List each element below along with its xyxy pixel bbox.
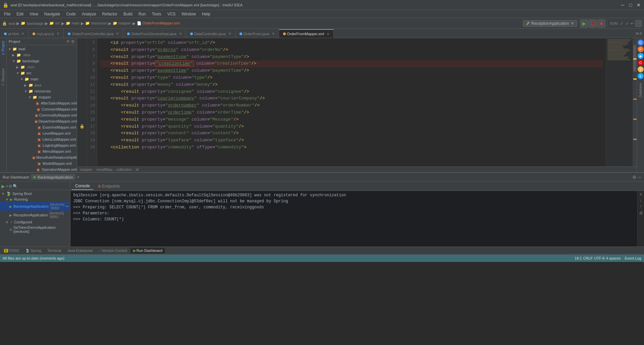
tree-src[interactable]: ▼ 📁 src (7, 70, 77, 76)
tab-todo[interactable]: 6 TODO (1, 248, 22, 253)
browser-chrome-icon[interactable]: G (638, 40, 644, 46)
bottom-settings-icon[interactable]: ⚙ (632, 175, 637, 180)
backstage-tab[interactable]: ▶ BackstageApplication (31, 174, 75, 180)
tab-console[interactable]: Console (72, 183, 93, 190)
status-encoding[interactable]: UTF-8 (594, 256, 604, 260)
tree-mvn[interactable]: ▶ 📁 .mvn (7, 64, 77, 70)
tree-comment[interactable]: ▣ CommentMapper.xml (7, 106, 77, 112)
menu-vcs[interactable]: VCS (165, 11, 178, 17)
stop-button[interactable]: ■ (597, 19, 605, 27)
running-section[interactable]: ▼ ▶ Running (0, 197, 70, 202)
console-btn2[interactable]: ↓ (640, 198, 642, 203)
menu-analyze[interactable]: Analyze (79, 11, 99, 17)
menu-edit[interactable]: Edit (14, 11, 26, 17)
status-line-ending[interactable]: CRLF (583, 256, 593, 260)
menu-code[interactable]: Code (63, 11, 78, 17)
tree-backstage[interactable]: ▼ 📁 backstage (7, 58, 77, 64)
tab-close-mylayui-js[interactable]: ✕ (57, 32, 59, 36)
tree-root-seal[interactable]: ▼ 📁 seal (7, 46, 77, 52)
status-event-log[interactable]: Event Log (625, 256, 641, 260)
run-config-selector[interactable]: 🚀 ReceptionApplication ▼ (523, 20, 578, 27)
browser-yandex-icon[interactable]: Y (638, 66, 644, 72)
project-sync-icon[interactable]: ⟳ (66, 39, 70, 44)
menu-navigate[interactable]: Navigate (42, 11, 63, 17)
satoken-item[interactable]: ⊕ SaTokenDemoApplication [devtools] (0, 225, 70, 234)
tab-extra-button[interactable]: ≫4 (633, 29, 644, 38)
tree-aftersales[interactable]: ▣ AfterSalesMapper.xml (7, 100, 77, 106)
code-content[interactable]: <id property="orfrId" column="orfr_id"/>… (97, 38, 606, 166)
browser-opera-icon[interactable]: O (638, 60, 644, 66)
spring-boot-item[interactable]: ▼ 🍃 Spring Boot (0, 191, 70, 197)
tab-close-order-service[interactable]: ✕ (179, 32, 182, 36)
tree-resources[interactable]: ▼ 📁 resources (7, 88, 77, 94)
tab-close-data-controller[interactable]: ✕ (228, 32, 231, 36)
tab-order-from-java[interactable]: OrderFrom.java ✕ (235, 29, 279, 38)
run-panel-btn2[interactable]: ≡ (6, 184, 8, 189)
tab-run-dashboard[interactable]: ▶ Run Dashboard (130, 248, 165, 254)
menu-run[interactable]: Run (136, 11, 149, 17)
browser-ie-icon[interactable]: e (638, 73, 644, 79)
tree-main[interactable]: ▼ 📁 main (7, 76, 77, 82)
run-panel-btn4[interactable]: 🔍 (13, 184, 18, 189)
toolbar-more[interactable]: ⋯ (635, 20, 642, 27)
tab-version-control[interactable]: ↑ Version Control (96, 248, 130, 253)
menu-file[interactable]: File (1, 11, 13, 17)
console-btn1[interactable]: ≡ (640, 192, 642, 197)
menu-tools[interactable]: Tools (149, 11, 164, 17)
svn-update[interactable]: ✓ (625, 21, 629, 26)
status-position[interactable]: 18:1 (575, 256, 582, 260)
close-backstage-tab[interactable]: ✕ (77, 175, 79, 179)
close-button[interactable]: ✕ (636, 2, 641, 8)
tab-close-order-mapper-xml[interactable]: ✕ (327, 32, 329, 36)
tab-order-service[interactable]: OrderFromServiceImpl.java ✕ (123, 29, 186, 38)
tree-menurole[interactable]: ▣ MenuRoleRelationshipMapper.xml (7, 154, 77, 160)
database-icon[interactable]: Database (638, 82, 643, 99)
run-panel-btn1[interactable]: ▶ (1, 184, 5, 189)
run-panel-btn3[interactable]: ⊞ (9, 184, 12, 189)
tab-close-al-html[interactable]: ✕ (21, 32, 24, 36)
tree-commodity[interactable]: ▣ CommodityMapper.xml (7, 112, 77, 118)
tab-order-controller[interactable]: OrderFromController.java ✕ (64, 29, 123, 38)
project-panel-icon[interactable]: 1: Project (1, 40, 6, 56)
editor-scrollbar[interactable] (633, 38, 637, 166)
tab-data-controller[interactable]: DataController.java ✕ (186, 29, 235, 38)
minimize-button[interactable]: ─ (620, 2, 625, 8)
tab-close-order-controller[interactable]: ✕ (116, 32, 119, 36)
menu-refactor[interactable]: Refactor (100, 11, 120, 17)
browser-icon3[interactable]: ◉ (638, 53, 644, 59)
status-indent[interactable]: 4 spaces (606, 256, 621, 260)
maximize-button[interactable]: □ (628, 2, 633, 8)
tree-level[interactable]: ▣ LevelMapper.xml (7, 130, 77, 136)
tab-mylayui-js[interactable]: myLayui.js ✕ (29, 29, 64, 38)
tab-endpoints[interactable]: ⊞ Endpoints (95, 183, 123, 190)
debug-button[interactable]: 🐞 (589, 19, 597, 27)
tab-close-order-from-java[interactable]: ✕ (272, 32, 275, 36)
menu-view[interactable]: View (27, 11, 41, 17)
svn-revert[interactable]: ↩ (631, 21, 634, 26)
svn-check[interactable]: ✓ (620, 21, 624, 26)
tree-menu[interactable]: ▣ MenuMapper.xml (7, 148, 77, 154)
tree-department[interactable]: ▣ DepartmentMapper.xml (7, 118, 77, 124)
tab-order-mapper-xml[interactable]: OrderFromMapper.xml ✕ (279, 29, 334, 38)
console-btn3[interactable]: ↑ (640, 204, 642, 209)
structure-panel-icon[interactable]: 7: Structure (1, 67, 6, 87)
menu-window[interactable]: Window (179, 11, 199, 17)
bottom-minimize-icon[interactable]: ─ (638, 175, 641, 180)
tree-examine[interactable]: ▣ ExamineMapper.xml (7, 124, 77, 130)
project-settings-icon[interactable]: ⚙ (71, 39, 75, 44)
menu-help[interactable]: Help (199, 11, 213, 17)
tree-mapper[interactable]: ▼ 📁 mapper (7, 94, 77, 100)
backstage-edit-icon[interactable]: ✏ (66, 204, 69, 209)
configured-section[interactable]: ▼ ✓ Configured (0, 219, 70, 225)
tree-loginlog[interactable]: ▣ LoginlogMapper.xml (7, 142, 77, 148)
tree-operation[interactable]: ▣ OperationMapper.xml (7, 166, 77, 172)
menu-build[interactable]: Build (121, 11, 135, 17)
tab-java-enterprise[interactable]: Java Enterprise (65, 248, 96, 253)
tree-java[interactable]: ▶ 📁 java (7, 82, 77, 88)
browser-firefox-icon[interactable]: F (638, 46, 644, 52)
tab-spring[interactable]: 🍃 Spring (22, 248, 44, 254)
tree-idea[interactable]: ▶ 📁 .idea (7, 52, 77, 58)
run-button[interactable]: ▶ (580, 19, 588, 27)
tab-al-html[interactable]: al.html ✕ (0, 29, 29, 38)
tree-likeslist[interactable]: ▣ LikesListMapper.xml (7, 136, 77, 142)
